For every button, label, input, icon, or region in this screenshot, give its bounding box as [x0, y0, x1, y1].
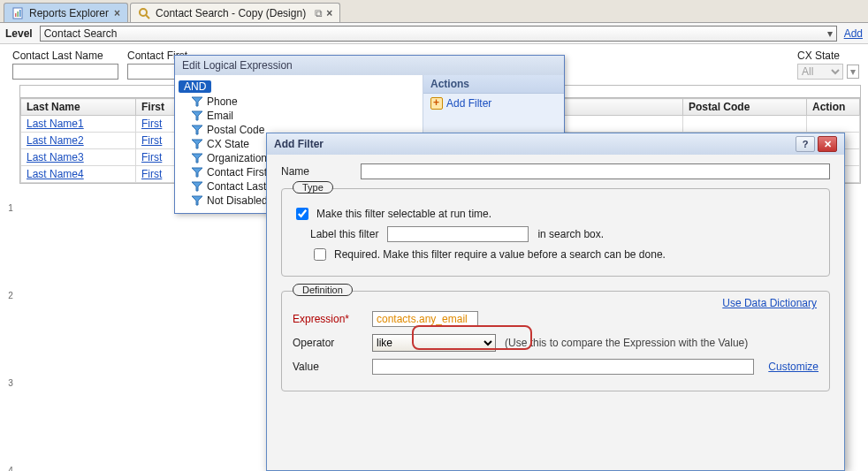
filter-cx-state: CX State All ▾ [797, 49, 859, 80]
required-label: Required. Make this filter require a val… [334, 248, 666, 261]
level-value: Contact Search [44, 27, 118, 40]
plus-icon [430, 97, 443, 110]
field-label: CX State [797, 49, 859, 62]
field-label: Contact Last Name [12, 49, 118, 62]
tree-node[interactable]: Phone [191, 95, 419, 109]
tab-reports-explorer[interactable]: Reports Explorer × [4, 3, 128, 22]
popout-icon[interactable]: ⧉ [315, 7, 323, 19]
svg-marker-7 [192, 111, 202, 120]
dropdown-icon[interactable]: ▾ [847, 65, 859, 79]
label-filter-input[interactable] [387, 226, 529, 242]
dialog-title: Add Filter [274, 138, 324, 150]
close-button[interactable]: ✕ [818, 136, 837, 152]
tree-node[interactable]: Email [191, 109, 419, 123]
svg-marker-12 [192, 182, 202, 191]
dialog-title: Edit Logical Expression [182, 59, 293, 72]
label-filter-text-b: in search box. [537, 228, 604, 240]
name-label: Name [281, 165, 352, 178]
help-button[interactable]: ? [796, 136, 815, 152]
col-last-name[interactable]: Last Name [21, 99, 136, 116]
filter-last-name: Contact Last Name [12, 49, 118, 80]
level-label: Level [5, 27, 33, 40]
selectable-checkbox[interactable] [296, 208, 308, 220]
operator-label: Operator [293, 337, 363, 349]
svg-marker-8 [192, 125, 202, 134]
use-data-dictionary-link[interactable]: Use Data Dictionary [722, 297, 817, 309]
tab-label: Reports Explorer [29, 7, 109, 19]
filter-icon [191, 138, 203, 150]
filter-icon [191, 124, 203, 136]
close-icon[interactable]: × [326, 7, 332, 19]
filter-icon [191, 194, 203, 207]
vertical-ruler: 1 2 3 4 [2, 125, 19, 461]
col-postal[interactable]: Postal Code [683, 99, 807, 116]
filter-icon [191, 152, 203, 164]
value-label: Value [293, 361, 363, 373]
tab-contact-search-design[interactable]: Contact Search - Copy (Design) ⧉ × [130, 3, 340, 22]
dialog-titlebar[interactable]: Edit Logical Expression [175, 56, 564, 75]
selectable-label: Make this filter selectable at run time. [316, 208, 491, 220]
svg-line-5 [146, 15, 149, 19]
operator-select[interactable]: like [372, 334, 496, 352]
filter-icon [191, 180, 203, 193]
filter-icon [191, 95, 203, 108]
action-add-filter[interactable]: Add Filter [423, 94, 564, 113]
svg-marker-9 [192, 140, 202, 148]
add-level-link[interactable]: Add [844, 27, 863, 40]
type-group: Type Make this filter selectable at run … [281, 188, 830, 277]
label-filter-text-a: Label this filter [310, 228, 378, 240]
svg-marker-10 [192, 154, 202, 163]
level-select[interactable]: Contact Search [40, 26, 837, 42]
tab-label: Contact Search - Copy (Design) [156, 7, 306, 19]
type-legend: Type [293, 181, 333, 194]
svg-marker-11 [192, 168, 202, 177]
definition-group: Definition Use Data Dictionary Expressio… [281, 291, 830, 391]
document-tabs: Reports Explorer × Contact Search - Copy… [0, 0, 868, 23]
close-icon[interactable]: × [114, 7, 120, 19]
customize-link[interactable]: Customize [768, 361, 819, 373]
expression-input[interactable] [372, 311, 478, 327]
svg-rect-2 [18, 11, 19, 17]
operator-hint: (Use this to compare the Expression with… [505, 337, 748, 349]
dialog-titlebar[interactable]: Add Filter ? ✕ [267, 133, 844, 155]
svg-marker-13 [192, 196, 202, 205]
add-filter-dialog: Add Filter ? ✕ Name Type Make this filte… [266, 133, 845, 471]
tree-root-and[interactable]: AND [179, 80, 211, 93]
required-checkbox[interactable] [314, 248, 326, 261]
svg-point-4 [140, 9, 147, 16]
col-action[interactable]: Action [807, 99, 860, 116]
filter-icon [191, 166, 203, 179]
level-bar: Level Contact Search Add [0, 23, 868, 44]
name-input[interactable] [361, 163, 830, 179]
actions-header: Actions [423, 75, 564, 94]
search-icon [138, 7, 150, 19]
cx-state-select[interactable]: All [797, 64, 843, 80]
expression-label: Expression* [293, 313, 363, 325]
last-name-input[interactable] [12, 64, 118, 80]
svg-rect-3 [19, 10, 21, 17]
svg-marker-6 [192, 97, 202, 106]
filter-icon [191, 110, 203, 122]
svg-rect-1 [15, 13, 17, 17]
definition-legend: Definition [293, 284, 353, 296]
value-input[interactable] [372, 359, 754, 375]
report-icon [11, 7, 24, 19]
